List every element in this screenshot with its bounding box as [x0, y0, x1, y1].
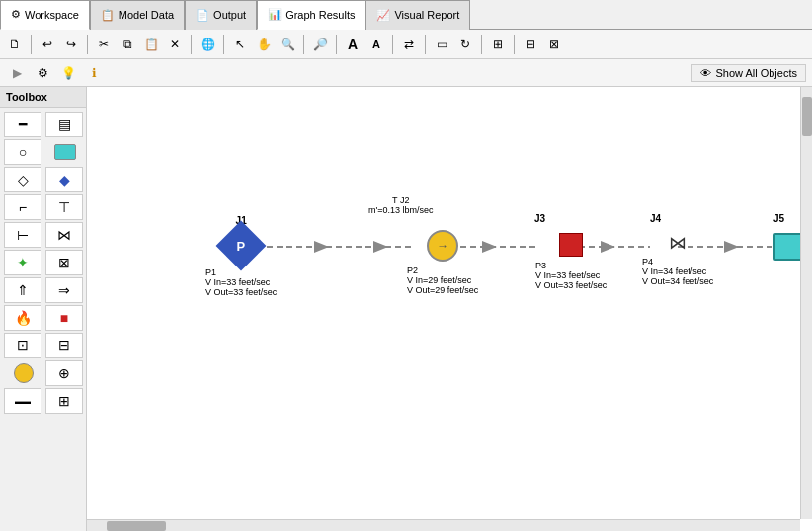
tool-bowtie2[interactable]: ⊠: [45, 250, 83, 275]
j1-diamond[interactable]: P: [216, 221, 267, 271]
zoom-btn[interactable]: 🔍: [277, 34, 298, 55]
sep3: [191, 35, 192, 54]
info-btn[interactable]: ℹ: [83, 62, 105, 84]
j5-label: J5: [773, 213, 784, 224]
svg-marker-4: [482, 241, 497, 253]
tool-pipe-elbow[interactable]: ⌐: [4, 194, 41, 220]
snap-btn[interactable]: ⊞: [487, 34, 509, 55]
tool-tank2[interactable]: ⊟: [45, 333, 83, 358]
sep1: [31, 35, 32, 54]
copy-btn[interactable]: ⧉: [117, 34, 138, 55]
node-j1[interactable]: J1 P P1 V In=33 feet/sec V Out=33 feet/s…: [205, 215, 277, 297]
undo-btn[interactable]: ↩: [37, 34, 58, 55]
tab-visual-report[interactable]: 📈 Visual Report: [365, 0, 470, 30]
p3-info: P3 V In=33 feet/sec V Out=33 feet/sec: [535, 261, 607, 290]
svg-marker-1: [314, 241, 329, 253]
p4-label: P4: [642, 257, 713, 266]
workspace-icon: ⚙: [11, 8, 21, 21]
tab-workspace[interactable]: ⚙ Workspace: [0, 0, 90, 30]
svg-marker-8: [724, 241, 739, 253]
rotate-btn[interactable]: ↻: [454, 34, 476, 55]
circle-arrow: →: [437, 239, 448, 253]
node-rect-red[interactable]: P3 V In=33 feet/sec V Out=33 feet/sec: [535, 233, 607, 290]
tab-model-data[interactable]: 📋 Model Data: [90, 0, 185, 30]
settings-btn[interactable]: ⚙: [32, 62, 53, 84]
text-small-btn[interactable]: A: [365, 34, 387, 55]
tj2-annotation: T J2 m'=0.13 lbm/sec: [368, 195, 434, 215]
tool-relief[interactable]: ⊕: [45, 360, 83, 386]
j1-diamond-text: P: [237, 238, 246, 253]
output-icon: 📄: [196, 9, 209, 22]
v-scrollbar[interactable]: [800, 87, 812, 519]
diagram-svg: [87, 87, 812, 531]
bowtie-shape[interactable]: ⋈: [663, 233, 692, 253]
tool-pump[interactable]: ⇑: [4, 277, 41, 303]
tool-diamond-outline[interactable]: ◇: [4, 167, 41, 192]
p2-info: P2 V In=29 feet/sec V Out=29 feet/sec: [407, 266, 478, 295]
run-btn[interactable]: ▶: [6, 62, 28, 84]
toolbox-grid: ━ ▤ ○ ◇ ◆ ⌐ ⊤ ⊢ ⋈ ✦ ⊠ ⇑ ⇒ 🔥 ■ ⊡ ⊟: [0, 108, 86, 417]
sep9: [481, 35, 482, 54]
canvas-container[interactable]: J1 P P1 V In=33 feet/sec V Out=33 feet/s…: [87, 87, 812, 531]
square-btn[interactable]: ▭: [431, 34, 452, 55]
j4-label: J4: [650, 213, 661, 224]
align-btn[interactable]: ⊟: [520, 34, 541, 55]
v-scrollbar-thumb[interactable]: [802, 97, 812, 136]
search-btn[interactable]: 🔎: [309, 34, 331, 55]
show-objects-button[interactable]: 👁 Show All Objects: [691, 64, 806, 82]
tool-diamond-blue[interactable]: ◆: [45, 167, 83, 192]
tool-valve[interactable]: ✦: [4, 250, 41, 275]
new-btn[interactable]: 🗋: [4, 34, 26, 55]
p4-info: P4 V In=34 feet/sec V Out=34 feet/sec: [642, 257, 713, 286]
distribute-btn[interactable]: ⊠: [543, 34, 565, 55]
node-circle-yellow[interactable]: → P2 V In=29 feet/sec V Out=29 feet/sec: [407, 230, 478, 295]
paste-btn[interactable]: 📋: [140, 34, 162, 55]
show-objects-icon: 👁: [700, 67, 711, 79]
tab-graph-results[interactable]: 📊 Graph Results: [257, 0, 365, 30]
circle-yellow-shape[interactable]: →: [427, 230, 458, 262]
title-bar: ⚙ Workspace 📋 Model Data 📄 Output 📊 Grap…: [0, 0, 812, 30]
globe-btn[interactable]: 🌐: [197, 34, 218, 55]
h-scrollbar-thumb[interactable]: [107, 521, 166, 531]
node-bowtie[interactable]: ⋈ P4 V In=34 feet/sec V Out=34 feet/sec: [642, 233, 713, 286]
tj2-label: T J2: [368, 195, 434, 205]
tool-pipe-t[interactable]: ⊤: [45, 194, 83, 220]
tool-compressor[interactable]: ⇒: [45, 277, 83, 303]
tool-tank[interactable]: ⊡: [4, 333, 41, 358]
hand-btn[interactable]: ✋: [253, 34, 275, 55]
p3-label: P3: [535, 261, 607, 270]
delete-btn[interactable]: ✕: [164, 34, 186, 55]
tool-circle[interactable]: ○: [4, 139, 41, 165]
tool-filter[interactable]: ▬▬: [4, 388, 41, 414]
toolbox-header: Toolbox: [0, 87, 86, 108]
cut-btn[interactable]: ✂: [93, 34, 115, 55]
toolbox-panel: Toolbox ━ ▤ ○ ◇ ◆ ⌐ ⊤ ⊢ ⋈ ✦ ⊠ ⇑ ⇒ 🔥 ■: [0, 87, 87, 531]
tj2-sublabel: m'=0.13 lbm/sec: [368, 205, 434, 215]
pointer-btn[interactable]: ↖: [229, 34, 251, 55]
tool-table[interactable]: ▤: [45, 112, 83, 137]
tool-heat2[interactable]: ■: [45, 305, 83, 331]
sep4: [223, 35, 224, 54]
tool-rect-cyan[interactable]: [54, 144, 76, 160]
toolbar1: 🗋 ↩ ↪ ✂ ⧉ 📋 ✕ 🌐 ↖ ✋ 🔍 🔎 A A ⇄ ▭ ↻ ⊞ ⊟ ⊠: [0, 30, 812, 59]
graph-results-icon: 📊: [268, 8, 282, 21]
bulb-btn[interactable]: 💡: [57, 62, 79, 84]
tool-bowtie[interactable]: ⋈: [45, 222, 83, 248]
h-scrollbar[interactable]: [87, 519, 800, 531]
text-btn[interactable]: A: [342, 34, 364, 55]
canvas: J1 P P1 V In=33 feet/sec V Out=33 feet/s…: [87, 87, 812, 531]
tool-heat[interactable]: 🔥: [4, 305, 41, 331]
arrows-btn[interactable]: ⇄: [398, 34, 420, 55]
model-data-icon: 📋: [101, 9, 115, 22]
main-layout: Toolbox ━ ▤ ○ ◇ ◆ ⌐ ⊤ ⊢ ⋈ ✦ ⊠ ⇑ ⇒ 🔥 ■: [0, 87, 812, 531]
sep2: [87, 35, 88, 54]
rect-red-shape[interactable]: [559, 233, 583, 257]
toolbar2: ▶ ⚙ 💡 ℹ 👁 Show All Objects: [0, 59, 812, 87]
tool-pipe-double[interactable]: ⊞: [45, 388, 83, 414]
tab-output[interactable]: 📄 Output: [185, 0, 257, 30]
tool-pipe[interactable]: ━: [4, 112, 41, 137]
redo-btn[interactable]: ↪: [60, 34, 82, 55]
tool-tee-left[interactable]: ⊢: [4, 222, 41, 248]
tool-circle-yellow[interactable]: [14, 363, 34, 383]
j3-label: J3: [534, 213, 545, 224]
